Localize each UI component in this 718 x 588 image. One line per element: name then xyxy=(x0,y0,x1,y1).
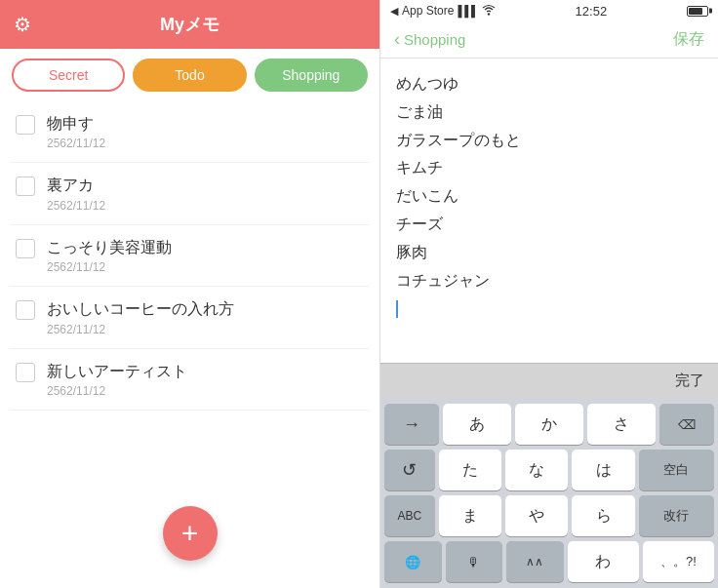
tab-secret[interactable]: Secret xyxy=(12,59,125,92)
item-text-2: 裏アカ 2562/11/12 xyxy=(47,175,105,212)
item-title-2: 裏アカ xyxy=(47,175,105,196)
item-title-1: 物申す xyxy=(47,113,105,135)
done-button[interactable]: 完了 xyxy=(675,372,704,390)
item-date-5: 2562/11/12 xyxy=(47,384,187,398)
list-item[interactable]: 新しいアーティスト 2562/11/12 xyxy=(10,349,370,411)
item-text-3: こっそり美容運動 2562/11/12 xyxy=(47,237,172,274)
key-return[interactable]: 改行 xyxy=(639,495,714,536)
tab-todo[interactable]: Todo xyxy=(133,59,246,92)
status-time: 12:52 xyxy=(576,4,608,19)
item-title-4: おいしいコーヒーの入れ方 xyxy=(47,298,234,320)
battery-icon xyxy=(687,6,708,17)
status-bar: ◀ App Store ▌▌▌ 12:52 xyxy=(380,0,718,21)
done-bar: 完了 xyxy=(380,363,718,398)
list-item[interactable]: こっそり美容運動 2562/11/12 xyxy=(10,225,370,287)
key-a[interactable]: あ xyxy=(443,404,511,445)
app-title: Myメモ xyxy=(160,13,219,36)
keyboard: → あ か さ ⌫ ↺ た な は 空白 ABC ま や ら 改行 🌐 🎙 ∧∧… xyxy=(380,398,718,588)
item-date-2: 2562/11/12 xyxy=(47,199,105,213)
note-text: めんつゆ ごま油 ガラスープのもと キムチ だいこん チーズ 豚肉 コチュジャン xyxy=(396,70,702,323)
keyboard-row-2: ↺ た な は 空白 xyxy=(384,450,714,490)
key-ka[interactable]: か xyxy=(515,404,583,445)
status-left: ◀ App Store ▌▌▌ xyxy=(390,4,496,19)
item-date-4: 2562/11/12 xyxy=(47,323,234,336)
add-note-button[interactable]: + xyxy=(163,506,218,561)
back-arrow-icon: ◀ xyxy=(390,5,398,18)
back-label: Shopping xyxy=(404,31,465,48)
right-panel: ◀ App Store ▌▌▌ 12:52 ‹ Shopping xyxy=(380,0,718,588)
checkbox-1[interactable] xyxy=(16,115,35,135)
tabs-row: Secret Todo Shopping xyxy=(0,49,379,101)
key-globe[interactable]: 🌐 xyxy=(384,541,442,582)
app-store-label: App Store xyxy=(402,4,454,18)
status-right xyxy=(687,6,708,17)
key-ra[interactable]: ら xyxy=(572,495,634,536)
key-arrow[interactable]: → xyxy=(384,404,439,445)
left-header: ⚙ Myメモ xyxy=(0,0,379,49)
left-panel: ⚙ Myメモ Secret Todo Shopping 物申す 2562/11/… xyxy=(0,0,380,588)
checkbox-2[interactable] xyxy=(16,176,35,196)
key-undo[interactable]: ↺ xyxy=(384,450,435,490)
key-double-caret[interactable]: ∧∧ xyxy=(506,541,564,582)
key-abc[interactable]: ABC xyxy=(384,495,435,536)
note-content-area[interactable]: めんつゆ ごま油 ガラスープのもと キムチ だいこん チーズ 豚肉 コチュジャン xyxy=(380,59,718,363)
item-text-4: おいしいコーヒーの入れ方 2562/11/12 xyxy=(47,298,234,335)
backspace-key[interactable]: ⌫ xyxy=(659,404,714,445)
key-na[interactable]: な xyxy=(505,450,568,490)
tab-shopping[interactable]: Shopping xyxy=(255,59,368,92)
wifi-icon xyxy=(482,4,496,19)
key-ha[interactable]: は xyxy=(572,450,634,490)
key-ya[interactable]: や xyxy=(505,495,568,536)
checkbox-4[interactable] xyxy=(16,300,35,320)
key-wa[interactable]: わ xyxy=(568,541,639,582)
item-date-3: 2562/11/12 xyxy=(47,260,172,274)
list-item[interactable]: おいしいコーヒーの入れ方 2562/11/12 xyxy=(10,287,370,348)
save-button[interactable]: 保存 xyxy=(673,29,704,50)
item-text-1: 物申す 2562/11/12 xyxy=(47,113,105,150)
item-date-1: 2562/11/12 xyxy=(47,137,105,150)
key-punctuation[interactable]: 、。?! xyxy=(643,541,714,582)
item-text-5: 新しいアーティスト 2562/11/12 xyxy=(47,361,187,398)
back-chevron-icon: ‹ xyxy=(394,29,400,50)
note-header: ‹ Shopping 保存 xyxy=(380,21,718,59)
gear-icon[interactable]: ⚙ xyxy=(14,13,31,36)
list-item[interactable]: 裏アカ 2562/11/12 xyxy=(10,163,370,224)
keyboard-row-3: ABC ま や ら 改行 xyxy=(384,495,714,536)
item-title-3: こっそり美容運動 xyxy=(47,237,172,258)
checkbox-3[interactable] xyxy=(16,239,35,258)
key-ta[interactable]: た xyxy=(439,450,501,490)
text-cursor xyxy=(396,300,398,318)
key-space[interactable]: 空白 xyxy=(639,450,714,490)
keyboard-row-1: → あ か さ ⌫ xyxy=(384,404,714,445)
key-sa[interactable]: さ xyxy=(587,404,656,445)
back-button[interactable]: ‹ Shopping xyxy=(394,29,465,50)
list-item[interactable]: 物申す 2562/11/12 xyxy=(10,101,370,163)
svg-point-0 xyxy=(488,13,490,15)
key-ma[interactable]: ま xyxy=(439,495,501,536)
keyboard-row-4: 🌐 🎙 ∧∧ わ 、。?! xyxy=(384,541,714,582)
key-mic[interactable]: 🎙 xyxy=(446,541,503,582)
checkbox-5[interactable] xyxy=(16,363,35,382)
signal-icon: ▌▌▌ xyxy=(458,5,477,17)
item-title-5: 新しいアーティスト xyxy=(47,361,187,382)
